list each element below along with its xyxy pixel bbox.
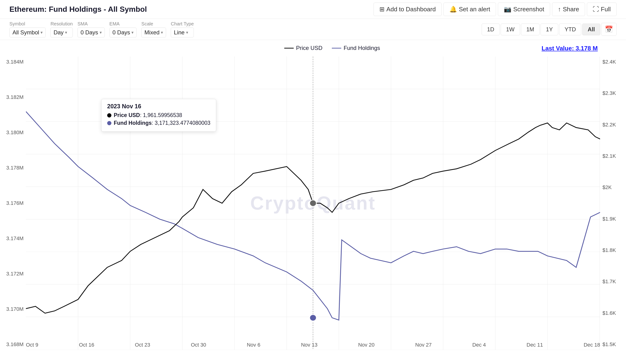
scale-group: Scale Mixed ▾ xyxy=(141,21,166,37)
x-label-10: Dec 18 xyxy=(584,342,600,348)
price-dot-icon xyxy=(107,113,111,117)
time-1d-button[interactable]: 1D xyxy=(482,24,500,35)
legend: Price USD Fund Holdings xyxy=(284,45,380,51)
set-alert-button[interactable]: 🔔 Set an alert xyxy=(443,2,496,16)
chevron-down-icon: ▾ xyxy=(100,30,102,35)
chart-type-label: Chart Type xyxy=(171,21,194,27)
scale-dropdown[interactable]: Mixed ▾ xyxy=(141,28,166,37)
y-label-7: 3.170M xyxy=(0,306,26,312)
bell-icon: 🔔 xyxy=(449,6,457,13)
chart-type-dropdown[interactable]: Line ▾ xyxy=(171,28,194,37)
holdings-dot-icon xyxy=(106,120,112,126)
header-actions: ⊞ Add to Dashboard 🔔 Set an alert 📷 Scre… xyxy=(374,2,617,16)
page-title: Ethereum: Fund Holdings - All Symbol xyxy=(9,5,147,14)
tooltip-holdings-label: Fund Holdings: 3,171,323.4774080003 xyxy=(114,120,210,126)
time-all-button[interactable]: All xyxy=(582,24,600,35)
x-label-0: Oct 9 xyxy=(26,342,39,348)
y-label-2: 3.180M xyxy=(0,130,26,136)
y-axis-left: 3.184M 3.182M 3.180M 3.178M 3.176M 3.174… xyxy=(0,57,26,350)
sma-dropdown[interactable]: 0 Days ▾ xyxy=(78,28,105,37)
resolution-dropdown[interactable]: Day ▾ xyxy=(50,28,73,37)
dashboard-icon: ⊞ xyxy=(379,6,385,13)
fund-holdings-line-icon xyxy=(332,48,341,48)
time-1w-button[interactable]: 1W xyxy=(501,24,520,35)
ema-dropdown[interactable]: 0 Days ▾ xyxy=(110,28,137,37)
ema-group: EMA 0 Days ▾ xyxy=(110,21,137,37)
y-label-6: 3.172M xyxy=(0,271,26,277)
tooltip: 2023 Nov 16 Price USD: 1,961.59956538 Fu… xyxy=(101,99,216,132)
y-right-8: $1.6K xyxy=(600,310,626,316)
tooltip-price-label: Price USD: 1,961.59956538 xyxy=(114,112,182,118)
sma-label: SMA xyxy=(78,21,105,27)
chevron-down-icon: ▾ xyxy=(186,30,188,35)
symbol-group: Symbol All Symbol ▾ xyxy=(9,21,46,37)
x-label-4: Nov 6 xyxy=(247,342,260,348)
legend-fund-holdings: Fund Holdings xyxy=(332,45,380,51)
price-usd-line-icon xyxy=(284,48,294,48)
tooltip-holdings-row: Fund Holdings: 3,171,323.4774080003 xyxy=(107,120,210,126)
y-label-8: 3.168M xyxy=(0,341,26,348)
y-right-9: $1.5K xyxy=(600,341,626,348)
chevron-down-icon: ▾ xyxy=(65,30,67,35)
y-right-7: $1.7K xyxy=(600,279,626,285)
time-1y-button[interactable]: 1Y xyxy=(541,24,558,35)
symbol-label: Symbol xyxy=(9,21,46,27)
x-label-7: Nov 27 xyxy=(415,342,432,348)
tooltip-price-row: Price USD: 1,961.59956538 xyxy=(107,112,210,118)
y-right-5: $1.9K xyxy=(600,216,626,222)
x-label-2: Oct 23 xyxy=(135,342,150,348)
share-icon: ↑ xyxy=(558,6,561,13)
y-right-0: $2.4K xyxy=(600,59,626,65)
price-dot xyxy=(310,200,316,206)
toolbar-right: 1D 1W 1M 1Y YTD All 📅 xyxy=(482,23,617,36)
y-label-4: 3.176M xyxy=(0,200,26,206)
toolbar: Symbol All Symbol ▾ Resolution Day ▾ SMA… xyxy=(0,19,626,40)
chevron-down-icon: ▾ xyxy=(161,30,163,35)
chevron-down-icon: ▾ xyxy=(131,30,134,35)
y-label-5: 3.174M xyxy=(0,235,26,242)
full-button[interactable]: ⛶ Full xyxy=(587,2,617,16)
time-1m-button[interactable]: 1M xyxy=(521,24,540,35)
y-axis-right: $2.4K $2.3K $2.2K $2.1K $2K $1.9K $1.8K … xyxy=(600,57,626,350)
y-right-6: $1.8K xyxy=(600,247,626,253)
x-label-6: Nov 20 xyxy=(358,342,375,348)
symbol-dropdown[interactable]: All Symbol ▾ xyxy=(9,28,46,37)
chevron-down-icon: ▾ xyxy=(40,30,43,35)
chart-container: CryptoQuant 3.184M 3.182M 3.180M 3.178M … xyxy=(0,57,626,350)
y-right-4: $2K xyxy=(600,184,626,190)
y-right-3: $2.1K xyxy=(600,153,626,159)
x-label-5: Nov 13 xyxy=(301,342,317,348)
calendar-button[interactable]: 📅 xyxy=(601,23,617,36)
y-right-2: $2.2K xyxy=(600,122,626,128)
share-button[interactable]: ↑ Share xyxy=(552,2,585,16)
legend-price-usd: Price USD xyxy=(284,45,322,51)
last-value: Last Value: 3.178 M xyxy=(542,45,598,52)
x-label-3: Oct 30 xyxy=(191,342,206,348)
time-ytd-button[interactable]: YTD xyxy=(559,24,581,35)
chart-type-group: Chart Type Line ▾ xyxy=(171,21,194,37)
y-label-1: 3.182M xyxy=(0,94,26,100)
scale-label: Scale xyxy=(141,21,166,27)
x-axis: Oct 9 Oct 16 Oct 23 Oct 30 Nov 6 Nov 13 … xyxy=(26,340,600,350)
resolution-group: Resolution Day ▾ xyxy=(50,21,73,37)
sma-group: SMA 0 Days ▾ xyxy=(78,21,105,37)
y-label-0: 3.184M xyxy=(0,59,26,65)
resolution-label: Resolution xyxy=(50,21,73,27)
ema-label: EMA xyxy=(110,21,137,27)
camera-icon: 📷 xyxy=(504,6,511,13)
add-to-dashboard-button[interactable]: ⊞ Add to Dashboard xyxy=(374,2,442,16)
x-label-8: Dec 4 xyxy=(472,342,486,348)
holdings-dot xyxy=(310,315,316,321)
y-right-1: $2.3K xyxy=(600,90,626,96)
screenshot-button[interactable]: 📷 Screenshot xyxy=(498,2,550,16)
y-label-3: 3.178M xyxy=(0,165,26,171)
toolbar-left: Symbol All Symbol ▾ Resolution Day ▾ SMA… xyxy=(9,21,194,37)
x-label-1: Oct 16 xyxy=(79,342,94,348)
expand-icon: ⛶ xyxy=(593,6,599,13)
chart-area: Price USD Fund Holdings Last Value: 3.17… xyxy=(0,40,626,364)
tooltip-date: 2023 Nov 16 xyxy=(107,103,210,110)
header: Ethereum: Fund Holdings - All Symbol ⊞ A… xyxy=(0,0,626,19)
x-label-9: Dec 11 xyxy=(527,342,543,348)
